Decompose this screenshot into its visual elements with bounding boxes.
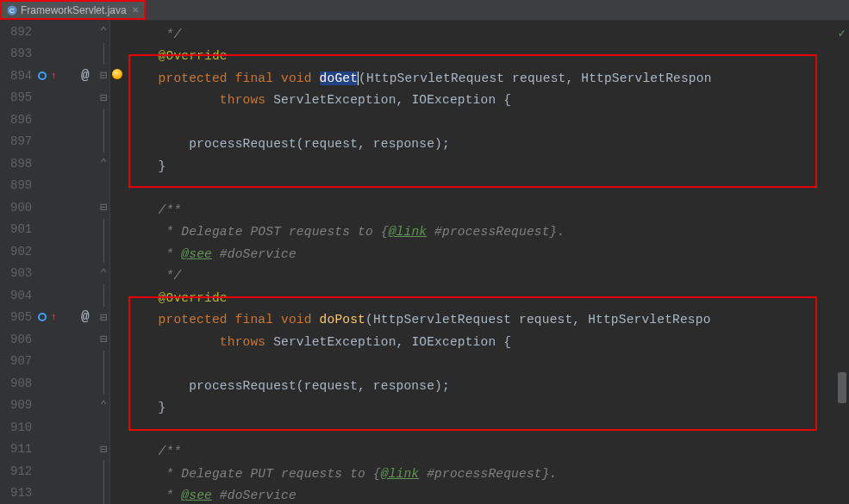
line-number: 892 — [10, 25, 32, 39]
line-number: 895 — [10, 90, 32, 104]
line-number: 900 — [10, 201, 32, 215]
fold-open-icon[interactable]: ⊟ — [99, 203, 108, 212]
fold-open-icon[interactable]: ⊟ — [99, 335, 108, 344]
inspection-ok-icon[interactable]: ✓ — [839, 26, 846, 40]
fold-end-icon[interactable]: ⌃ — [99, 28, 108, 36]
fold-open-icon[interactable]: ⊟ — [99, 93, 108, 102]
code-text: processRequest(request, response); — [189, 137, 450, 151]
line-number: 901 — [10, 222, 32, 236]
line-number: 907 — [10, 354, 32, 368]
line-number: 910 — [10, 420, 32, 434]
fold-end-icon[interactable]: ⌃ — [99, 401, 108, 409]
code-area[interactable]: */ @Override protected final void doGet(… — [110, 21, 849, 504]
fold-end-icon[interactable]: ⌃ — [99, 159, 108, 168]
override-up-arrow-icon: ↑ — [51, 312, 57, 322]
line-number: 897 — [10, 134, 32, 148]
line-number: 906 — [10, 333, 32, 346]
scrollbar[interactable]: ✓ — [837, 21, 847, 504]
intention-bulb-icon[interactable] — [112, 69, 122, 79]
line-number: 904 — [10, 289, 32, 302]
line-number: 912 — [10, 464, 32, 478]
line-number: 898 — [10, 157, 32, 171]
svg-text:C: C — [9, 7, 15, 15]
line-number: 902 — [10, 245, 32, 258]
annotation-gutter-icon[interactable]: @ — [81, 68, 90, 84]
line-number: 894 — [10, 69, 32, 83]
fold-open-icon[interactable]: ⊟ — [99, 445, 108, 453]
file-tab[interactable]: C FrameworkServlet.java ✕ — [0, 0, 146, 20]
selected-text: doGet — [320, 72, 359, 85]
fold-open-icon[interactable]: ⊟ — [99, 313, 108, 321]
line-number: 909 — [10, 398, 32, 412]
fold-end-icon[interactable]: ⌃ — [99, 269, 108, 277]
tab-filename: FrameworkServlet.java — [21, 4, 127, 16]
line-number: 893 — [10, 47, 32, 60]
line-number: 911 — [10, 442, 32, 456]
editor: 892⌃ 893 894 ↑ @ ⊟ 895⊟ 896 897 898⌃ 899… — [0, 21, 849, 504]
annotation-gutter-icon[interactable]: @ — [81, 309, 90, 325]
close-tab-icon[interactable]: ✕ — [132, 5, 139, 15]
line-number: 899 — [10, 178, 32, 192]
override-up-arrow-icon: ↑ — [51, 71, 57, 81]
gutter[interactable]: 892⌃ 893 894 ↑ @ ⊟ 895⊟ 896 897 898⌃ 899… — [0, 21, 110, 504]
line-number: 896 — [10, 113, 32, 127]
line-number: 908 — [10, 376, 32, 390]
code-text: @Override — [159, 49, 228, 63]
line-number: 903 — [10, 266, 32, 280]
tab-bar: C FrameworkServlet.java ✕ — [0, 0, 849, 21]
scrollbar-thumb[interactable] — [838, 372, 846, 403]
code-text: */ — [166, 28, 182, 41]
java-class-icon: C — [7, 5, 17, 16]
line-number: 913 — [10, 486, 32, 500]
override-gutter-icon[interactable] — [38, 313, 47, 321]
line-number: 905 — [10, 310, 32, 324]
fold-open-icon[interactable]: ⊟ — [99, 72, 108, 80]
override-gutter-icon[interactable] — [38, 72, 47, 80]
